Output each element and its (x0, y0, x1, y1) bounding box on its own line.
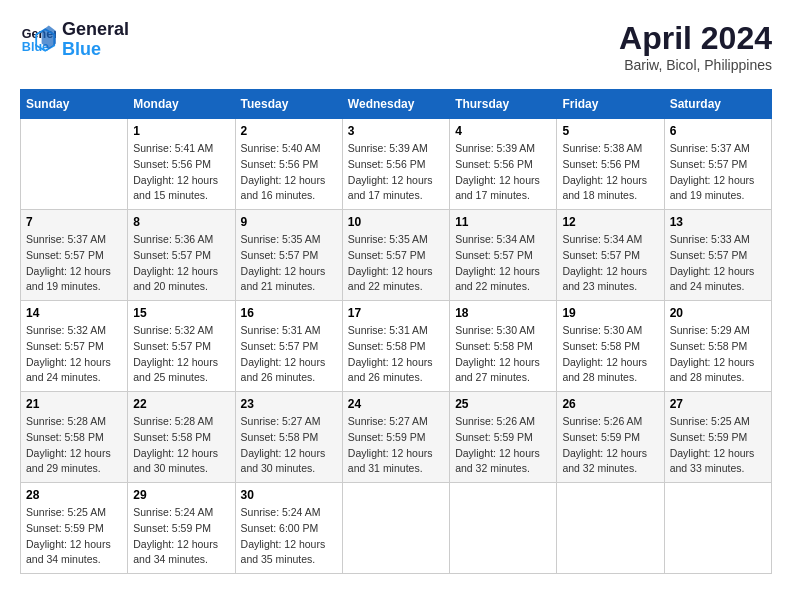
day-number: 6 (670, 124, 766, 138)
day-number: 15 (133, 306, 229, 320)
calendar-week-row: 7Sunrise: 5:37 AMSunset: 5:57 PMDaylight… (21, 210, 772, 301)
calendar-cell: 28Sunrise: 5:25 AMSunset: 5:59 PMDayligh… (21, 483, 128, 574)
day-info: Sunrise: 5:24 AMSunset: 5:59 PMDaylight:… (133, 505, 229, 568)
day-number: 10 (348, 215, 444, 229)
calendar-cell: 12Sunrise: 5:34 AMSunset: 5:57 PMDayligh… (557, 210, 664, 301)
day-info: Sunrise: 5:31 AMSunset: 5:58 PMDaylight:… (348, 323, 444, 386)
day-info: Sunrise: 5:35 AMSunset: 5:57 PMDaylight:… (348, 232, 444, 295)
day-info: Sunrise: 5:37 AMSunset: 5:57 PMDaylight:… (26, 232, 122, 295)
calendar-cell: 30Sunrise: 5:24 AMSunset: 6:00 PMDayligh… (235, 483, 342, 574)
calendar-cell (664, 483, 771, 574)
day-number: 5 (562, 124, 658, 138)
day-info: Sunrise: 5:35 AMSunset: 5:57 PMDaylight:… (241, 232, 337, 295)
day-info: Sunrise: 5:30 AMSunset: 5:58 PMDaylight:… (562, 323, 658, 386)
calendar-cell: 8Sunrise: 5:36 AMSunset: 5:57 PMDaylight… (128, 210, 235, 301)
weekday-header: Wednesday (342, 90, 449, 119)
weekday-header: Sunday (21, 90, 128, 119)
weekday-header: Monday (128, 90, 235, 119)
calendar-cell: 1Sunrise: 5:41 AMSunset: 5:56 PMDaylight… (128, 119, 235, 210)
day-info: Sunrise: 5:32 AMSunset: 5:57 PMDaylight:… (133, 323, 229, 386)
calendar-cell: 23Sunrise: 5:27 AMSunset: 5:58 PMDayligh… (235, 392, 342, 483)
day-number: 16 (241, 306, 337, 320)
day-number: 8 (133, 215, 229, 229)
calendar-cell: 17Sunrise: 5:31 AMSunset: 5:58 PMDayligh… (342, 301, 449, 392)
day-info: Sunrise: 5:27 AMSunset: 5:59 PMDaylight:… (348, 414, 444, 477)
day-number: 3 (348, 124, 444, 138)
calendar-cell: 18Sunrise: 5:30 AMSunset: 5:58 PMDayligh… (450, 301, 557, 392)
calendar-cell: 9Sunrise: 5:35 AMSunset: 5:57 PMDaylight… (235, 210, 342, 301)
day-info: Sunrise: 5:39 AMSunset: 5:56 PMDaylight:… (348, 141, 444, 204)
calendar-cell: 10Sunrise: 5:35 AMSunset: 5:57 PMDayligh… (342, 210, 449, 301)
day-info: Sunrise: 5:30 AMSunset: 5:58 PMDaylight:… (455, 323, 551, 386)
day-info: Sunrise: 5:28 AMSunset: 5:58 PMDaylight:… (133, 414, 229, 477)
calendar-cell: 20Sunrise: 5:29 AMSunset: 5:58 PMDayligh… (664, 301, 771, 392)
day-number: 30 (241, 488, 337, 502)
calendar-cell: 26Sunrise: 5:26 AMSunset: 5:59 PMDayligh… (557, 392, 664, 483)
calendar-cell: 16Sunrise: 5:31 AMSunset: 5:57 PMDayligh… (235, 301, 342, 392)
day-info: Sunrise: 5:33 AMSunset: 5:57 PMDaylight:… (670, 232, 766, 295)
day-number: 7 (26, 215, 122, 229)
title-block: April 2024 Bariw, Bicol, Philippines (619, 20, 772, 73)
calendar-cell (450, 483, 557, 574)
calendar-cell: 24Sunrise: 5:27 AMSunset: 5:59 PMDayligh… (342, 392, 449, 483)
day-number: 24 (348, 397, 444, 411)
month-year-title: April 2024 (619, 20, 772, 57)
day-info: Sunrise: 5:25 AMSunset: 5:59 PMDaylight:… (670, 414, 766, 477)
calendar-cell: 3Sunrise: 5:39 AMSunset: 5:56 PMDaylight… (342, 119, 449, 210)
day-number: 9 (241, 215, 337, 229)
day-info: Sunrise: 5:34 AMSunset: 5:57 PMDaylight:… (562, 232, 658, 295)
location-subtitle: Bariw, Bicol, Philippines (619, 57, 772, 73)
day-number: 28 (26, 488, 122, 502)
logo-text: General Blue (62, 20, 129, 60)
calendar-cell: 5Sunrise: 5:38 AMSunset: 5:56 PMDaylight… (557, 119, 664, 210)
calendar-cell: 4Sunrise: 5:39 AMSunset: 5:56 PMDaylight… (450, 119, 557, 210)
day-info: Sunrise: 5:37 AMSunset: 5:57 PMDaylight:… (670, 141, 766, 204)
day-number: 14 (26, 306, 122, 320)
weekday-header: Tuesday (235, 90, 342, 119)
day-number: 4 (455, 124, 551, 138)
day-number: 12 (562, 215, 658, 229)
calendar-week-row: 14Sunrise: 5:32 AMSunset: 5:57 PMDayligh… (21, 301, 772, 392)
day-info: Sunrise: 5:26 AMSunset: 5:59 PMDaylight:… (455, 414, 551, 477)
day-number: 17 (348, 306, 444, 320)
day-info: Sunrise: 5:39 AMSunset: 5:56 PMDaylight:… (455, 141, 551, 204)
calendar-cell: 27Sunrise: 5:25 AMSunset: 5:59 PMDayligh… (664, 392, 771, 483)
calendar-cell: 21Sunrise: 5:28 AMSunset: 5:58 PMDayligh… (21, 392, 128, 483)
day-info: Sunrise: 5:29 AMSunset: 5:58 PMDaylight:… (670, 323, 766, 386)
day-info: Sunrise: 5:32 AMSunset: 5:57 PMDaylight:… (26, 323, 122, 386)
calendar-cell (557, 483, 664, 574)
calendar-cell (21, 119, 128, 210)
day-info: Sunrise: 5:25 AMSunset: 5:59 PMDaylight:… (26, 505, 122, 568)
day-number: 27 (670, 397, 766, 411)
day-number: 19 (562, 306, 658, 320)
calendar-cell: 29Sunrise: 5:24 AMSunset: 5:59 PMDayligh… (128, 483, 235, 574)
calendar-cell: 22Sunrise: 5:28 AMSunset: 5:58 PMDayligh… (128, 392, 235, 483)
day-info: Sunrise: 5:36 AMSunset: 5:57 PMDaylight:… (133, 232, 229, 295)
day-number: 25 (455, 397, 551, 411)
day-number: 13 (670, 215, 766, 229)
day-info: Sunrise: 5:34 AMSunset: 5:57 PMDaylight:… (455, 232, 551, 295)
calendar-cell: 13Sunrise: 5:33 AMSunset: 5:57 PMDayligh… (664, 210, 771, 301)
day-info: Sunrise: 5:28 AMSunset: 5:58 PMDaylight:… (26, 414, 122, 477)
page-header: General Blue General Blue April 2024 Bar… (20, 20, 772, 73)
calendar-table: SundayMondayTuesdayWednesdayThursdayFrid… (20, 89, 772, 574)
calendar-cell: 11Sunrise: 5:34 AMSunset: 5:57 PMDayligh… (450, 210, 557, 301)
day-info: Sunrise: 5:41 AMSunset: 5:56 PMDaylight:… (133, 141, 229, 204)
calendar-week-row: 1Sunrise: 5:41 AMSunset: 5:56 PMDaylight… (21, 119, 772, 210)
logo: General Blue General Blue (20, 20, 129, 60)
calendar-cell: 25Sunrise: 5:26 AMSunset: 5:59 PMDayligh… (450, 392, 557, 483)
calendar-cell: 2Sunrise: 5:40 AMSunset: 5:56 PMDaylight… (235, 119, 342, 210)
day-number: 11 (455, 215, 551, 229)
calendar-cell: 19Sunrise: 5:30 AMSunset: 5:58 PMDayligh… (557, 301, 664, 392)
calendar-cell: 6Sunrise: 5:37 AMSunset: 5:57 PMDaylight… (664, 119, 771, 210)
weekday-header: Saturday (664, 90, 771, 119)
day-info: Sunrise: 5:27 AMSunset: 5:58 PMDaylight:… (241, 414, 337, 477)
day-number: 1 (133, 124, 229, 138)
day-number: 18 (455, 306, 551, 320)
calendar-week-row: 21Sunrise: 5:28 AMSunset: 5:58 PMDayligh… (21, 392, 772, 483)
calendar-week-row: 28Sunrise: 5:25 AMSunset: 5:59 PMDayligh… (21, 483, 772, 574)
day-number: 21 (26, 397, 122, 411)
calendar-cell: 7Sunrise: 5:37 AMSunset: 5:57 PMDaylight… (21, 210, 128, 301)
logo-icon: General Blue (20, 22, 56, 58)
day-info: Sunrise: 5:31 AMSunset: 5:57 PMDaylight:… (241, 323, 337, 386)
